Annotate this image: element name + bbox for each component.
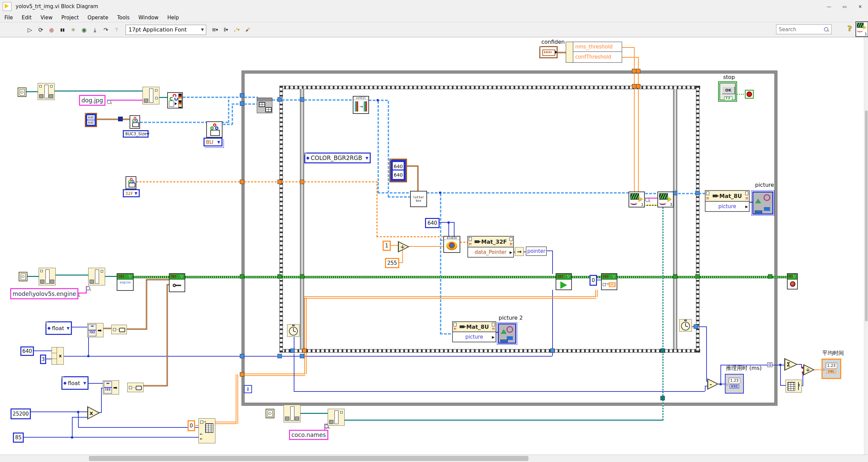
array-to-cluster-node-2[interactable]: ⋯ bbox=[127, 383, 143, 392]
vi-icon[interactable]: 1 bbox=[855, 21, 868, 37]
close-button[interactable]: ✕ bbox=[852, 1, 868, 12]
cvtcolor-node[interactable]: cvtCol → bbox=[353, 96, 369, 114]
trt-close-node[interactable]: TRT bbox=[787, 273, 798, 289]
menu-help[interactable]: Help bbox=[163, 14, 183, 22]
build-path-node[interactable] bbox=[142, 87, 159, 104]
ring-constant-8uc3-size[interactable]: 8UC3_Size▼ bbox=[123, 130, 149, 138]
typecast-node-2[interactable]: ◄► I32 ➡ bbox=[103, 380, 119, 395]
numeric-constant-255[interactable]: 255 bbox=[385, 258, 399, 268]
mat-create-8uc3-node[interactable] bbox=[130, 115, 140, 129]
add-array-elements-node[interactable]: Σ bbox=[784, 358, 798, 371]
ok-button[interactable]: OK bbox=[722, 86, 735, 94]
vi-path-constant[interactable] bbox=[19, 272, 27, 281]
ring-constant-color-bgr2rgb[interactable]: COLOR_BGR2RGB▼ bbox=[304, 153, 371, 163]
size-cluster-constant-2[interactable]: 640 640 bbox=[389, 159, 407, 182]
trt-execute-node[interactable]: TRT bbox=[556, 273, 572, 290]
numeric-constant-640[interactable]: 640 bbox=[425, 218, 440, 228]
mat-create-8u-node[interactable] bbox=[206, 121, 223, 138]
numeric-constant-25200[interactable]: 25200 bbox=[11, 408, 31, 419]
confidence-cluster-control[interactable] bbox=[539, 46, 558, 58]
ring-constant-float-1[interactable]: float▼ bbox=[45, 321, 72, 335]
ring-constant-32f[interactable]: 32F▼ bbox=[123, 189, 140, 197]
postprocess-subvi-3[interactable]: 3 bbox=[657, 192, 674, 207]
menu-window[interactable]: Window bbox=[134, 14, 163, 22]
vi-path-constant[interactable] bbox=[18, 87, 26, 97]
pause-icon[interactable]: ▮▮ bbox=[58, 25, 67, 35]
letterbox-node[interactable]: letter box bbox=[410, 191, 427, 207]
strip-path-node[interactable] bbox=[39, 268, 56, 285]
align-objects-icon[interactable]: ⊞▾ bbox=[210, 25, 220, 35]
numeric-constant-3[interactable]: 3 bbox=[40, 355, 46, 364]
initialize-array-node[interactable]: → ⇤ ⇤ bbox=[198, 418, 215, 443]
build-path-node[interactable] bbox=[88, 268, 105, 285]
maximize-button[interactable]: ▭ bbox=[837, 1, 852, 12]
resize-objects-icon[interactable]: ⤢▾ bbox=[232, 25, 242, 35]
string-constant-model-engine[interactable]: model\yolov5s.engine bbox=[10, 288, 78, 299]
menu-operate[interactable]: Operate bbox=[83, 14, 113, 22]
opencv-imread-node[interactable] bbox=[167, 92, 183, 108]
menu-project[interactable]: Project bbox=[57, 14, 83, 22]
run-continuous-icon[interactable]: ⟳ bbox=[36, 25, 45, 35]
run-icon[interactable]: ▷ bbox=[25, 25, 35, 35]
trt-load-engine-node[interactable]: TRT engine bbox=[117, 273, 134, 291]
minimize-button[interactable]: — bbox=[821, 1, 837, 12]
tick-count-clock-2[interactable] bbox=[679, 319, 692, 332]
unbundle-by-name-node[interactable]: nms_threshold confThreshold bbox=[566, 42, 622, 63]
vertical-scroll-thumb[interactable] bbox=[865, 111, 868, 321]
mat-copy-node[interactable] bbox=[257, 98, 272, 113]
ring-constant-float-2[interactable]: float▼ bbox=[61, 376, 89, 390]
menu-tools[interactable]: Tools bbox=[113, 14, 134, 22]
picture2-indicator[interactable] bbox=[498, 323, 516, 344]
trt-get-output-node[interactable]: TRT → [0] bbox=[601, 273, 617, 290]
numeric-constant-1[interactable]: 1 bbox=[383, 241, 391, 251]
numeric-constant-0-blue[interactable]: 0 bbox=[590, 275, 597, 286]
trt-setup-node[interactable]: TRT bbox=[169, 273, 185, 292]
horizontal-scroll-thumb[interactable] bbox=[89, 456, 528, 461]
step-into-icon[interactable]: ⤓ bbox=[90, 25, 100, 35]
search-box[interactable] bbox=[776, 24, 832, 34]
postprocess-subvi-1[interactable]: 1 bbox=[629, 192, 645, 207]
ring-constant-8u[interactable]: 8U▼ bbox=[204, 138, 223, 146]
picture-indicator[interactable] bbox=[752, 192, 773, 215]
strip-path-node[interactable] bbox=[284, 405, 301, 422]
vertical-scrollbar[interactable] bbox=[864, 37, 868, 455]
step-out-icon[interactable]: ⤒ bbox=[112, 25, 121, 35]
distribute-objects-icon[interactable]: ⫼▾ bbox=[221, 25, 231, 35]
highlight-execution-icon[interactable]: ☀ bbox=[69, 25, 78, 35]
string-constant-dog-jpg[interactable]: dog.jpg bbox=[79, 95, 105, 106]
stop-button-control[interactable]: OK TF bbox=[718, 81, 737, 102]
typecast-node-1[interactable]: ◄► I32 ➡ bbox=[87, 323, 103, 337]
pointer-indicator[interactable]: pointer bbox=[526, 246, 547, 256]
search-input[interactable] bbox=[776, 26, 824, 33]
bundle-node[interactable] bbox=[118, 117, 123, 121]
array-size-node[interactable]: ↕ bbox=[786, 380, 802, 393]
loop-stop-terminal[interactable] bbox=[745, 90, 754, 99]
numeric-constant-0[interactable]: 0 bbox=[188, 420, 195, 431]
context-help-icon[interactable]: ? bbox=[847, 24, 852, 33]
property-node-mat32f[interactable]: Mat_32F ?! ?! data_Pointer▶ bbox=[467, 236, 514, 258]
abort-icon[interactable]: ● bbox=[47, 25, 56, 35]
loop-iteration-terminal[interactable]: i bbox=[244, 385, 252, 393]
tick-count-clock-1[interactable] bbox=[287, 324, 300, 337]
to-pointer-convert-node[interactable]: → bbox=[515, 247, 524, 256]
strip-path-node[interactable] bbox=[38, 83, 55, 100]
multiply-node[interactable]: x bbox=[87, 406, 100, 420]
array-to-cluster-node-1[interactable]: ⋯ bbox=[111, 325, 127, 334]
infer-time-indicator[interactable]: ▷ 1.23 U32 bbox=[725, 374, 744, 394]
size-cluster-constant[interactable]: 640 640 bbox=[85, 113, 97, 127]
numeric-constant-640-left[interactable]: 640 bbox=[20, 346, 34, 356]
compound-multiply-node[interactable]: x bbox=[52, 347, 64, 365]
menu-view[interactable]: View bbox=[36, 14, 57, 22]
unbundle-row-conf[interactable]: confThreshold bbox=[573, 52, 622, 62]
step-over-icon[interactable]: ↷ bbox=[101, 25, 111, 35]
blobfromimage-node[interactable]: blobIm bbox=[443, 236, 460, 253]
property-node-mat8u-picture2[interactable]: Mat_8U ?! ?! picture▶ bbox=[452, 321, 496, 342]
build-path-node[interactable] bbox=[328, 409, 345, 426]
font-selector[interactable]: 17pt Application Font▼ bbox=[126, 25, 206, 35]
menu-file[interactable]: File bbox=[0, 14, 17, 22]
string-constant-coco-names[interactable]: coco.names bbox=[289, 430, 328, 440]
retain-wire-values-icon[interactable]: ◉ bbox=[79, 25, 89, 35]
avg-time-indicator[interactable]: ▷ 1.23 DBL bbox=[822, 359, 841, 379]
property-node-mat8u-picture[interactable]: Mat_8U ?! ?! picture▶ bbox=[705, 190, 750, 212]
unbundle-row-nms[interactable]: nms_threshold bbox=[573, 42, 622, 52]
